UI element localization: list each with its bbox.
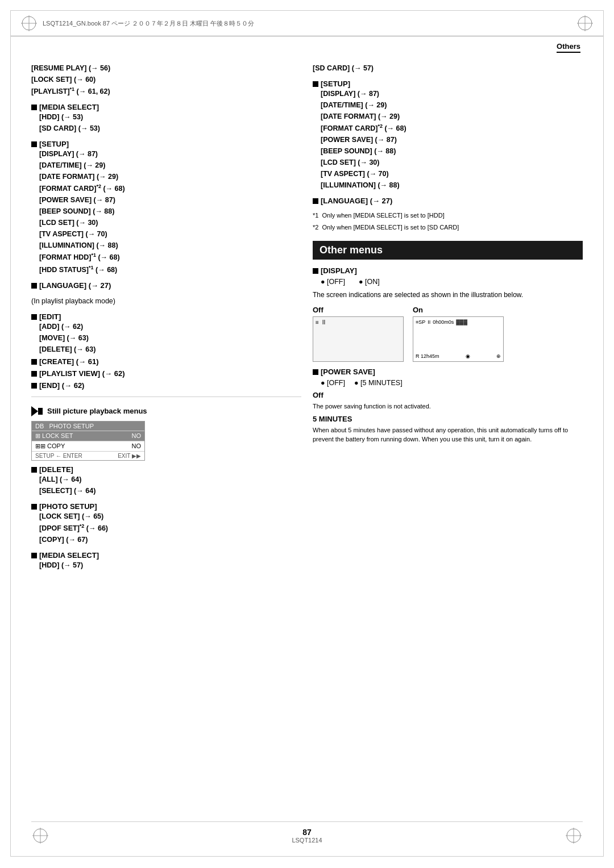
ps-5min-option: ● [5 MINUTES]	[354, 377, 403, 389]
select-64: [SELECT] (→ 64)	[39, 485, 301, 496]
setup-label-right: [SETUP]	[321, 80, 350, 88]
power-save-87-l: [POWER SAVE] (→ 87)	[39, 194, 301, 206]
corner-decoration-bl	[31, 827, 49, 845]
date-format-29-l: [DATE FORMAT] (→ 29)	[39, 171, 301, 182]
illumination-88-l: [ILLUMINATION] (→ 88)	[39, 240, 301, 251]
right-column: [SD CARD] (→ 57) [SETUP] [DISPLAY] (→ 87…	[313, 62, 583, 577]
tv-aspect-70-l: [TV ASPECT] (→ 70)	[39, 228, 301, 240]
page-border: LSQT1214_GN.book 87 ページ ２００７年２月８日 木曜日 午後…	[10, 10, 604, 857]
delete-items: [ALL] (→ 64) [SELECT] (→ 64)	[39, 474, 301, 496]
five-minutes-heading: 5 MINUTES	[313, 415, 583, 423]
others-label: Others	[557, 42, 580, 53]
display-87-l: [DISPLAY] (→ 87)	[39, 148, 301, 160]
language-bullet-left: [LANGUAGE] (→ 27)	[31, 281, 301, 290]
menu-icon: ≡	[316, 319, 319, 326]
note1: *1 Only when [MEDIA SELECT] is set to [H…	[313, 211, 583, 220]
corner-decoration-tr	[576, 14, 594, 32]
svg-rect-7	[38, 408, 43, 415]
footer-text: SETUP ← ENTER	[35, 453, 82, 459]
format-card-68-r: [FORMAT CARD]*2 (→ 68)	[321, 122, 583, 134]
corner-decoration-br	[565, 827, 583, 845]
display-off-option: ● [OFF]	[321, 276, 345, 287]
on-screen-info: ≡SP II 0h00m0s ▓▓▓ R 12h45m ◉ ⊕	[416, 319, 501, 325]
beep-sound-88-l: [BEEP SOUND] (→ 88)	[39, 206, 301, 217]
setup-bullet-left: [SETUP]	[31, 140, 301, 148]
still-picture-section: Still picture playback menus DB PHOTO SE…	[31, 397, 301, 571]
beep-sound-88-r: [BEEP SOUND] (→ 88)	[321, 145, 583, 157]
power-save-off-heading: Off	[313, 391, 583, 399]
media-select-hdd-section: [MEDIA SELECT] [HDD] (→ 57)	[31, 551, 301, 571]
off-screen-icons-top: ≡ II	[316, 319, 325, 326]
bullet-icon	[313, 198, 318, 204]
notes-section: *1 Only when [MEDIA SELECT] is set to [H…	[313, 211, 583, 232]
still-picture-label: Still picture playback menus	[47, 407, 147, 415]
power-save-bullet: [POWER SAVE]	[313, 368, 583, 376]
on-label: On	[413, 306, 504, 314]
lock-set: [LOCK SET] (→ 60)	[31, 74, 301, 85]
display-bullet: [DISPLAY]	[313, 266, 583, 275]
end-bullet: [END] (→ 62)	[31, 381, 301, 390]
edit-bullet: [EDIT]	[31, 312, 301, 321]
photo-setup-label: [PHOTO SETUP]	[39, 502, 97, 511]
resume-play: [RESUME PLAY] (→ 56)	[31, 62, 301, 74]
language-bullet-right: [LANGUAGE] (→ 27)	[313, 197, 583, 205]
other-menus-heading: Other menus	[313, 241, 583, 260]
format-hdd-68: [FORMAT HDD]*1 (→ 68)	[39, 251, 301, 263]
record-info: R 12h45m	[416, 353, 439, 359]
hdd-status-68: [HDD STATUS]*1 (→ 68)	[39, 263, 301, 275]
sd-card-top: [SD CARD] (→ 57)	[313, 62, 583, 74]
media-select-hdd-label: [MEDIA SELECT]	[39, 551, 99, 560]
left-column: [RESUME PLAY] (→ 56) [LOCK SET] (→ 60) […	[31, 62, 301, 577]
off-label: Off	[313, 306, 404, 314]
photo-setup-bullet: [PHOTO SETUP]	[31, 502, 301, 511]
model-number: LSQT1214	[292, 837, 322, 844]
header-file-info: LSQT1214_GN.book 87 ページ ２００７年２月８日 木曜日 午後…	[43, 19, 254, 28]
setup-label-left: [SETUP]	[39, 140, 69, 148]
edit-section: [EDIT] [ADD] (→ 62) [MOVE] (→ 63) [DELET…	[31, 312, 301, 390]
hdd-53: [HDD] (→ 53)	[39, 111, 301, 123]
power-save-87-r: [POWER SAVE] (→ 87)	[321, 134, 583, 145]
date-format-29-r: [DATE FORMAT] (→ 29)	[321, 111, 583, 122]
photo-setup-table: DB PHOTO SETUP ⊞ LOCK SET NO ⊞⊞ COPY NO …	[31, 421, 145, 461]
setup-items-left: [DISPLAY] (→ 87) [DATE/TIME] (→ 29) [DAT…	[39, 148, 301, 275]
media-select-hdd-items: [HDD] (→ 57)	[39, 560, 301, 571]
end-label: [END] (→ 62)	[39, 381, 84, 390]
create-label: [CREATE] (→ 61)	[39, 357, 98, 366]
playlist-view-label: [PLAYLIST VIEW] (→ 62)	[39, 369, 125, 378]
photo-setup-items: [LOCK SET] (→ 65) [DPOF SET]*2 (→ 66) [C…	[39, 511, 301, 545]
on-screen-bottom-row: R 12h45m ◉ ⊕	[416, 353, 501, 359]
bullet-icon	[31, 359, 37, 365]
display-on-option: ● [ON]	[359, 276, 380, 287]
media-select-items: [HDD] (→ 53) [SD CARD] (→ 53)	[39, 111, 301, 134]
on-screen-box: ≡SP II 0h00m0s ▓▓▓ R 12h45m ◉ ⊕	[413, 316, 504, 362]
bullet-icon	[31, 314, 37, 320]
on-screen-top-row: ≡SP II 0h00m0s ▓▓▓	[416, 319, 501, 325]
delete-63: [DELETE] (→ 63)	[39, 344, 301, 355]
bullet-icon	[313, 81, 318, 87]
delete-label: [DELETE]	[39, 465, 73, 474]
photo-setup-section: [PHOTO SETUP] [LOCK SET] (→ 65) [DPOF SE…	[31, 502, 301, 545]
bullet-icon	[31, 105, 37, 110]
language-label-right: [LANGUAGE] (→ 27)	[321, 197, 392, 205]
language-section-right: [LANGUAGE] (→ 27)	[313, 197, 583, 205]
copy-67: [COPY] (→ 67)	[39, 534, 301, 545]
bullet-icon	[31, 467, 37, 473]
battery-icon: ▓▓▓	[456, 319, 467, 325]
sd-card-57: [SD CARD] (→ 57)	[313, 62, 583, 74]
lock-set-row: ⊞ LOCK SET NO	[32, 431, 144, 441]
display-description: The screen indications are selected as s…	[313, 290, 583, 300]
main-content: [RESUME PLAY] (→ 56) [LOCK SET] (→ 60) […	[11, 53, 603, 586]
svg-marker-6	[31, 406, 38, 416]
move-63: [MOVE] (→ 63)	[39, 332, 301, 344]
playlist-mode-text: (In playlist playback mode)	[31, 295, 301, 307]
media-select-label: [MEDIA SELECT]	[39, 103, 99, 111]
all-64: [ALL] (→ 64)	[39, 474, 301, 485]
setup-bullet-right: [SETUP]	[313, 80, 583, 88]
still-picture-heading: Still picture playback menus	[31, 406, 301, 416]
setup-items-right: [DISPLAY] (→ 87) [DATE/TIME] (→ 29) [DAT…	[321, 88, 583, 191]
datetime-29-r: [DATE/TIME] (→ 29)	[321, 99, 583, 111]
bullet-icon	[31, 141, 37, 147]
bullet-icon	[31, 504, 37, 510]
copy-row-label: ⊞⊞ COPY	[35, 443, 65, 450]
bullet-icon	[31, 383, 37, 389]
